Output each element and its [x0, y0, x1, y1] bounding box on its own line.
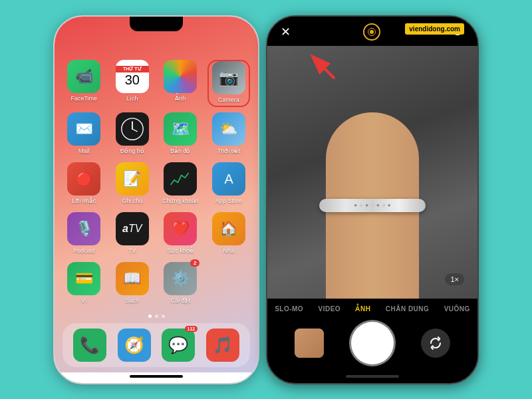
svg-text:A: A — [224, 172, 233, 186]
camera-top-bar: ✕ ⏱ viendidong.com — [267, 17, 477, 46]
app-dong-ho[interactable]: Đồng hồ — [111, 112, 154, 157]
camera-modes: SLO-MO VIDEO ẢNH CHÂN DUNG VUÔNG — [267, 299, 477, 317]
zoom-badge[interactable]: 1× — [445, 273, 464, 285]
app-thoi-tiet[interactable]: ⛅ Thời tiết — [207, 112, 251, 157]
dock: 📞 🧭 💬 112 🎵 — [63, 323, 250, 367]
bracelet: ● ◆ ● ◆ ● ◆ ● — [319, 199, 426, 212]
notch — [130, 17, 183, 31]
svg-point-4 — [370, 30, 374, 34]
dot-3 — [162, 315, 165, 318]
red-arrow-indicator — [307, 51, 340, 87]
mode-chan-dung[interactable]: CHÂN DUNG — [382, 304, 434, 314]
app-tv[interactable]: aTV TV — [111, 212, 154, 257]
camera-controls — [267, 317, 477, 372]
app-ban-do[interactable]: 🗺️ Bản đồ — [159, 112, 202, 157]
app-mail[interactable]: ✉️ Mail — [63, 112, 106, 157]
home-indicator-right — [346, 375, 399, 378]
app-chung-khoan[interactable]: Chứng khoán — [159, 162, 202, 207]
live-photo-icon[interactable] — [363, 23, 380, 41]
wrist-photo: ● ◆ ● ◆ ● ◆ ● — [267, 46, 477, 299]
app-cai-dat[interactable]: ⚙️ 2 Cài đặt — [159, 262, 202, 307]
dock-safari[interactable]: 🧭 — [118, 329, 151, 362]
dock-phone[interactable]: 📞 — [73, 329, 106, 362]
app-loi-nhac[interactable]: 🔴 Lời nhắc — [63, 162, 106, 207]
svg-line-2 — [132, 129, 137, 132]
app-facetime[interactable]: 📹 FaceTime — [63, 60, 106, 107]
camera-viewfinder: ● ◆ ● ◆ ● ◆ ● — [267, 46, 477, 299]
dock-music[interactable]: 🎵 — [206, 329, 239, 362]
mode-slomo[interactable]: SLO-MO — [271, 304, 307, 314]
app-grid: 📹 FaceTime THỨ TƯ 30 Lịch Ảnh 📷 Ca — [55, 37, 258, 312]
dot-2 — [155, 315, 158, 318]
app-vi[interactable]: 💳 Ví — [63, 262, 106, 307]
phone-right: ✕ ⏱ viendidong.com — [266, 15, 479, 384]
dot-1 — [148, 315, 152, 318]
app-podcast[interactable]: 🎙️ Podcast — [63, 212, 106, 257]
main-container: 📹 FaceTime THỨ TƯ 30 Lịch Ảnh 📷 Ca — [13, 13, 519, 386]
app-app-store[interactable]: A App Store — [207, 162, 251, 207]
app-ghi-chu[interactable]: 📝 Ghi chú — [111, 162, 154, 207]
page-dots — [55, 312, 258, 321]
thumbnail-preview[interactable] — [295, 329, 324, 358]
shutter-button[interactable] — [351, 322, 394, 364]
app-suc-khoe[interactable]: ❤️ Sức khoẻ — [159, 212, 202, 257]
mode-anh[interactable]: ẢNH — [351, 304, 374, 314]
left-screen: 📹 FaceTime THỨ TƯ 30 Lịch Ảnh 📷 Ca — [55, 17, 258, 372]
mode-vuong[interactable]: VUÔNG — [440, 304, 474, 314]
home-indicator-left — [130, 375, 183, 378]
app-camera[interactable]: 📷 Camera — [207, 60, 251, 107]
flip-camera-button[interactable] — [421, 329, 450, 358]
app-nha[interactable]: 🏠 Nhà — [207, 212, 251, 257]
app-sach[interactable]: 📖 Sách — [111, 262, 154, 307]
dock-messages[interactable]: 💬 112 — [162, 329, 195, 362]
app-lich[interactable]: THỨ TƯ 30 Lịch — [111, 60, 154, 107]
mode-video[interactable]: VIDEO — [314, 304, 344, 314]
svg-line-7 — [314, 58, 334, 78]
flash-icon[interactable]: ✕ — [281, 25, 291, 39]
phone-left: 📹 FaceTime THỨ TƯ 30 Lịch Ảnh 📷 Ca — [53, 15, 259, 384]
brand-logo: viendidong.com — [405, 23, 464, 35]
app-anh[interactable]: Ảnh — [159, 60, 202, 107]
